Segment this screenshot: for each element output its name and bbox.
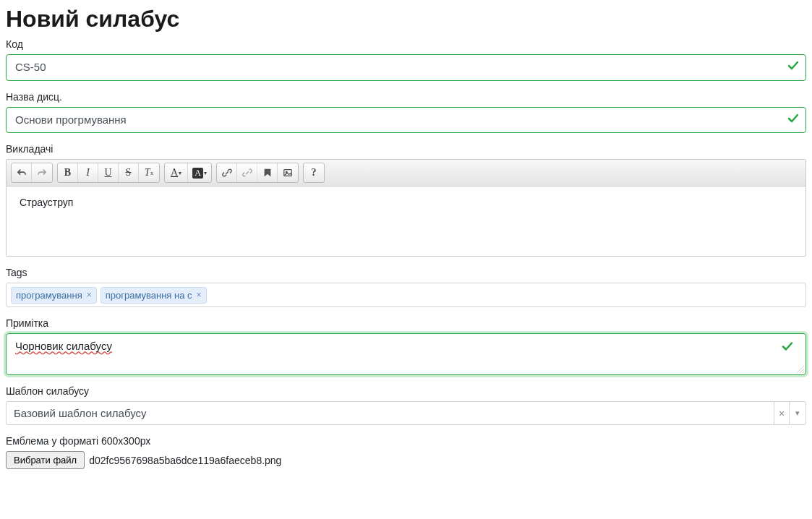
tag-remove-icon[interactable]: × — [197, 291, 202, 299]
tag-pill: програмування на c× — [101, 287, 207, 304]
tag-pill: програмування× — [11, 287, 97, 304]
tag-remove-icon[interactable]: × — [87, 291, 92, 299]
template-label: Шаблон силабусу — [6, 385, 806, 397]
selected-filename: d02fc9567698a5ba6dce119a6faeceb8.png — [89, 455, 281, 466]
redo-button[interactable] — [32, 163, 52, 182]
text-color-button[interactable]: A▾ — [165, 163, 188, 182]
field-name: Назва дисц. — [6, 91, 806, 134]
field-code: Код — [6, 38, 806, 81]
name-label: Назва дисц. — [6, 91, 806, 103]
code-label: Код — [6, 38, 806, 50]
image-button[interactable] — [278, 163, 298, 182]
anchor-button[interactable] — [257, 163, 278, 182]
field-note: Примітка Чорновик силабусу — [6, 317, 806, 375]
emblem-label: Емблема у форматі 600х300рх — [6, 435, 806, 447]
note-label: Примітка — [6, 317, 806, 329]
remove-format-button[interactable]: Tx — [139, 163, 159, 182]
link-button[interactable] — [217, 163, 237, 182]
name-input[interactable] — [6, 107, 806, 134]
bg-color-button[interactable]: A▾ — [188, 163, 211, 182]
bold-button[interactable]: B — [58, 163, 78, 182]
field-template: Шаблон силабусу Базовий шаблон силабусу … — [6, 385, 806, 425]
clear-icon[interactable]: × — [774, 402, 790, 424]
template-value: Базовий шаблон силабусу — [7, 402, 774, 424]
field-teachers: Викладачі B I U S Tx A▾ — [6, 143, 806, 257]
italic-button[interactable]: I — [78, 163, 98, 182]
editor-toolbar: B I U S Tx A▾ A▾ — [7, 160, 805, 186]
field-tags: Tags програмування×програмування на c× — [6, 267, 806, 307]
teachers-label: Викладачі — [6, 143, 806, 155]
rich-editor: B I U S Tx A▾ A▾ — [6, 159, 806, 257]
tags-label: Tags — [6, 267, 806, 278]
chevron-down-icon[interactable]: ▾ — [790, 402, 805, 424]
strike-button[interactable]: S — [119, 163, 139, 182]
unlink-button[interactable] — [237, 163, 257, 182]
editor-content[interactable]: Страуструп — [7, 186, 805, 256]
undo-button[interactable] — [12, 163, 32, 182]
page-title: Новий силабус — [6, 6, 806, 33]
underline-button[interactable]: U — [98, 163, 119, 182]
field-emblem: Емблема у форматі 600х300рх Вибрати файл… — [6, 435, 806, 469]
note-textarea[interactable]: Чорновик силабусу — [6, 333, 806, 375]
code-input[interactable] — [6, 54, 806, 81]
tag-text: програмування на c — [106, 290, 192, 301]
help-button[interactable]: ? — [304, 163, 324, 182]
tags-input[interactable]: програмування×програмування на c× — [6, 283, 806, 307]
tag-text: програмування — [16, 290, 82, 301]
template-select[interactable]: Базовий шаблон силабусу × ▾ — [6, 401, 806, 425]
choose-file-button[interactable]: Вибрати файл — [6, 451, 85, 469]
